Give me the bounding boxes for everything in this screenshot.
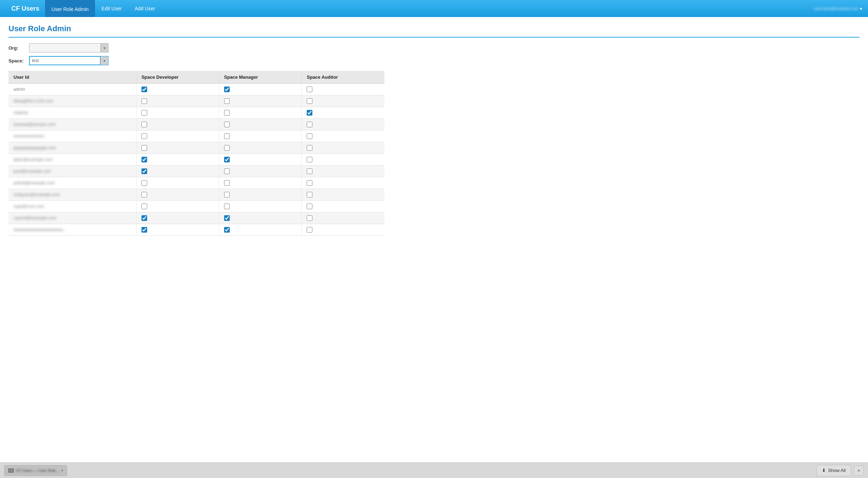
space-manager-cell bbox=[219, 95, 302, 107]
space-auditor-cell bbox=[302, 201, 384, 212]
user-id-text: wwwwwwwwwwwwwwww... bbox=[13, 227, 66, 232]
space-auditor-cell bbox=[302, 130, 384, 142]
space-auditor-cell bbox=[302, 142, 384, 154]
space-manager-checkbox[interactable] bbox=[224, 215, 230, 221]
space-developer-checkbox[interactable] bbox=[141, 227, 147, 233]
space-label: Space: bbox=[9, 58, 26, 63]
space-manager-checkbox[interactable] bbox=[224, 227, 230, 233]
space-developer-cell bbox=[136, 201, 219, 212]
user-id-text: prithal@example.com bbox=[13, 180, 55, 185]
user-id-cell: nnnnnnnnnnnnn bbox=[9, 130, 136, 142]
space-developer-checkbox[interactable] bbox=[141, 110, 147, 116]
space-developer-checkbox[interactable] bbox=[141, 98, 147, 104]
nav-item-user-role-admin[interactable]: User Role Admin bbox=[45, 0, 95, 17]
space-manager-checkbox[interactable] bbox=[224, 192, 230, 198]
org-input[interactable] bbox=[29, 44, 100, 52]
space-manager-checkbox[interactable] bbox=[224, 157, 230, 162]
space-developer-checkbox[interactable] bbox=[141, 215, 147, 221]
space-input[interactable] bbox=[29, 56, 100, 65]
col-header-space-auditor: Space Auditor bbox=[302, 71, 384, 84]
space-developer-cell bbox=[136, 177, 219, 189]
user-id-text: cfadmin bbox=[13, 110, 28, 115]
space-developer-checkbox[interactable] bbox=[141, 122, 147, 127]
filters: Org: ▾ Space: ▾ bbox=[9, 43, 859, 65]
main-content: User Role Admin Org: ▾ Space: ▾ User Id … bbox=[0, 17, 868, 243]
nav-brand[interactable]: CF Users bbox=[6, 0, 45, 17]
space-manager-cell bbox=[219, 84, 302, 95]
space-auditor-checkbox[interactable] bbox=[307, 98, 312, 104]
space-manager-cell bbox=[219, 201, 302, 212]
space-developer-checkbox[interactable] bbox=[141, 168, 147, 174]
table-row: rodrguez@example.com bbox=[9, 189, 384, 201]
space-auditor-checkbox[interactable] bbox=[307, 168, 312, 174]
space-developer-checkbox[interactable] bbox=[141, 145, 147, 151]
space-auditor-cell bbox=[302, 84, 384, 95]
space-auditor-cell bbox=[302, 95, 384, 107]
space-developer-cell bbox=[136, 130, 219, 142]
space-manager-checkbox[interactable] bbox=[224, 145, 230, 151]
space-developer-checkbox[interactable] bbox=[141, 192, 147, 198]
space-manager-checkbox[interactable] bbox=[224, 180, 230, 186]
space-developer-cell bbox=[136, 119, 219, 130]
space-developer-checkbox[interactable] bbox=[141, 157, 147, 162]
space-auditor-checkbox[interactable] bbox=[307, 192, 312, 198]
user-id-cell: jader@example.com bbox=[9, 154, 136, 166]
space-auditor-cell bbox=[302, 177, 384, 189]
space-manager-checkbox[interactable] bbox=[224, 98, 230, 104]
nav-item-add-user[interactable]: Add User bbox=[128, 0, 162, 17]
space-auditor-cell bbox=[302, 224, 384, 236]
org-dropdown-btn[interactable]: ▾ bbox=[100, 44, 108, 52]
space-manager-checkbox[interactable] bbox=[224, 133, 230, 139]
space-developer-checkbox[interactable] bbox=[141, 180, 147, 186]
user-id-cell: ldeeq@frd-1234.com bbox=[9, 95, 136, 107]
user-roles-table-wrap: User Id Space Developer Space Manager Sp… bbox=[9, 71, 859, 236]
space-auditor-checkbox[interactable] bbox=[307, 110, 312, 116]
user-id-text: ldeeq@frd-1234.com bbox=[13, 99, 53, 104]
space-developer-checkbox[interactable] bbox=[141, 204, 147, 209]
nav-user-dropdown-icon: ▾ bbox=[860, 6, 862, 11]
space-developer-cell bbox=[136, 166, 219, 177]
space-auditor-checkbox[interactable] bbox=[307, 204, 312, 209]
space-developer-checkbox[interactable] bbox=[141, 133, 147, 139]
space-developer-checkbox[interactable] bbox=[141, 87, 147, 92]
space-manager-checkbox[interactable] bbox=[224, 168, 230, 174]
user-id-cell: prithal@example.com bbox=[9, 177, 136, 189]
nav-item-edit-user[interactable]: Edit User bbox=[95, 0, 128, 17]
space-manager-cell bbox=[219, 212, 302, 224]
table-row: rupe@xxxx.com bbox=[9, 201, 384, 212]
space-input-wrap: ▾ bbox=[29, 56, 108, 65]
user-id-text: hwwww@domain.com bbox=[13, 122, 56, 127]
space-auditor-checkbox[interactable] bbox=[307, 180, 312, 186]
space-manager-cell bbox=[219, 177, 302, 189]
space-filter-row: Space: ▾ bbox=[9, 56, 859, 65]
table-row: jader@example.com bbox=[9, 154, 384, 166]
space-auditor-checkbox[interactable] bbox=[307, 227, 312, 233]
user-id-cell: wwwwwwwwwwwwwwww... bbox=[9, 224, 136, 236]
space-manager-cell bbox=[219, 154, 302, 166]
space-manager-checkbox[interactable] bbox=[224, 87, 230, 92]
space-auditor-checkbox[interactable] bbox=[307, 122, 312, 127]
space-dropdown-btn[interactable]: ▾ bbox=[100, 56, 108, 65]
space-manager-cell bbox=[219, 130, 302, 142]
user-id-cell: paul@example.com bbox=[9, 166, 136, 177]
space-manager-checkbox[interactable] bbox=[224, 122, 230, 127]
space-manager-checkbox[interactable] bbox=[224, 110, 230, 116]
table-row: paul@example.com bbox=[9, 166, 384, 177]
navbar: CF Users User Role Admin Edit User Add U… bbox=[0, 0, 868, 17]
user-id-cell: hwwww@domain.com bbox=[9, 119, 136, 130]
space-auditor-cell bbox=[302, 189, 384, 201]
table-row: admin bbox=[9, 84, 384, 95]
user-id-text: rupe@xxxx.com bbox=[13, 204, 44, 209]
space-manager-cell bbox=[219, 142, 302, 154]
user-id-cell: rupe34@example.com bbox=[9, 212, 136, 224]
space-auditor-checkbox[interactable] bbox=[307, 145, 312, 151]
space-manager-checkbox[interactable] bbox=[224, 204, 230, 209]
space-auditor-checkbox[interactable] bbox=[307, 133, 312, 139]
space-auditor-cell bbox=[302, 166, 384, 177]
space-auditor-cell bbox=[302, 119, 384, 130]
nav-user-menu[interactable]: username@example.com ▾ bbox=[814, 6, 863, 11]
space-developer-cell bbox=[136, 95, 219, 107]
space-auditor-checkbox[interactable] bbox=[307, 87, 312, 92]
space-auditor-checkbox[interactable] bbox=[307, 215, 312, 221]
space-auditor-checkbox[interactable] bbox=[307, 157, 312, 162]
